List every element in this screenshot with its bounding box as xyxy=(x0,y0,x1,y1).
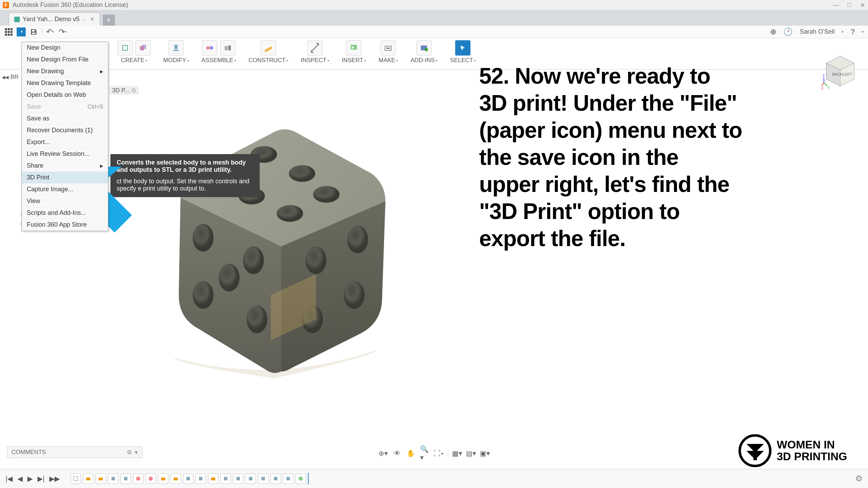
document-tab[interactable]: Yard Yah... Demo v5 ○ ✕ xyxy=(9,12,100,26)
menu-view[interactable]: View xyxy=(22,195,108,207)
svg-point-8 xyxy=(352,47,354,49)
lookat-icon[interactable]: 👁 xyxy=(392,448,402,458)
ribbon-modify[interactable]: MODIFY xyxy=(157,38,195,69)
timeline-feature[interactable] xyxy=(95,473,106,484)
menu-live-review[interactable]: Live Review Session... xyxy=(22,148,108,160)
menu-share[interactable]: Share▶ xyxy=(22,160,108,172)
ribbon-insert[interactable]: INSERT xyxy=(335,38,372,69)
svg-point-19 xyxy=(193,224,214,252)
svg-point-21 xyxy=(219,264,240,292)
extension-icon[interactable]: ⊕ xyxy=(770,27,776,36)
user-name[interactable]: Sarah O'Sell xyxy=(800,28,835,35)
timeline-feature[interactable] xyxy=(295,473,306,484)
timeline-feature[interactable] xyxy=(195,473,206,484)
menu-export[interactable]: Export... xyxy=(22,136,108,148)
data-panel-button[interactable] xyxy=(4,27,13,36)
extrude-icon[interactable] xyxy=(135,40,151,56)
addins-icon[interactable] xyxy=(416,40,432,56)
timeline-feature[interactable] xyxy=(258,473,268,484)
file-menu-button[interactable]: ▾ xyxy=(17,27,26,36)
tab-close-icon[interactable]: ✕ xyxy=(90,16,94,23)
svg-text:Y: Y xyxy=(827,86,830,90)
timeline-feature[interactable] xyxy=(283,473,293,484)
timeline-next-icon[interactable]: ▶| xyxy=(36,474,46,483)
ribbon-create[interactable]: CREATE xyxy=(111,38,157,69)
ribbon-inspect[interactable]: INSPECT xyxy=(294,38,335,69)
timeline-feature[interactable] xyxy=(145,473,156,484)
grid-display-icon[interactable]: ▤▾ xyxy=(466,448,476,458)
timeline-playhead[interactable] xyxy=(308,473,309,485)
ribbon-assemble[interactable]: ASSEMBLE xyxy=(195,38,242,69)
timeline-feature[interactable] xyxy=(70,473,81,484)
sketch-icon[interactable] xyxy=(117,40,133,56)
svg-point-22 xyxy=(193,281,214,309)
menu-capture-image[interactable]: Capture Image... xyxy=(22,184,108,195)
timeline-last-icon[interactable]: ▶▶ xyxy=(48,474,61,483)
presspull-icon[interactable] xyxy=(168,40,184,56)
undo-button[interactable]: ↶▾ xyxy=(45,27,55,36)
measure-icon[interactable] xyxy=(307,40,323,56)
menu-new-design-file[interactable]: New Design From File xyxy=(22,54,108,66)
comments-panel-header[interactable]: COMMENTS ⚙▾ xyxy=(7,446,142,458)
minimize-icon[interactable]: — xyxy=(833,1,839,9)
viewport-icon[interactable]: ▣▾ xyxy=(480,448,490,458)
menu-scripts-addins[interactable]: Scripts and Add-Ins... xyxy=(22,207,108,219)
plane-icon[interactable] xyxy=(261,40,276,56)
menu-save-as[interactable]: Save as xyxy=(22,113,108,125)
gear-icon[interactable]: ⚙ xyxy=(127,449,132,456)
view-cube[interactable]: BACK LEFT X Y Z xyxy=(821,52,859,90)
timeline-feature[interactable] xyxy=(270,473,281,484)
insert-icon[interactable] xyxy=(346,40,361,56)
make-icon[interactable] xyxy=(381,40,396,56)
zoom-icon[interactable]: 🔍▾ xyxy=(420,448,430,458)
timeline-settings-icon[interactable]: ⚙ xyxy=(855,474,863,483)
timeline-prev-icon[interactable]: ◀ xyxy=(16,474,24,483)
timeline-feature[interactable] xyxy=(245,473,256,484)
help-icon[interactable]: ? xyxy=(851,27,855,36)
menu-save: SaveCtrl+S xyxy=(22,101,108,113)
joint-icon[interactable] xyxy=(202,40,217,56)
timeline-feature[interactable] xyxy=(170,473,181,484)
ribbon-select[interactable]: SELECT xyxy=(444,38,482,69)
menu-new-design[interactable]: New Design xyxy=(22,42,108,54)
logo-icon xyxy=(738,434,771,467)
ribbon-construct[interactable]: CONSTRUCT xyxy=(242,38,295,69)
timeline-first-icon[interactable]: |◀ xyxy=(4,474,14,483)
pan-icon[interactable]: ✋ xyxy=(406,448,416,458)
svg-point-23 xyxy=(247,305,267,333)
fit-icon[interactable]: ⛶▾ xyxy=(434,448,444,458)
timeline-feature[interactable] xyxy=(220,473,231,484)
timeline-feature[interactable] xyxy=(183,473,193,484)
clock-icon[interactable]: 🕐 xyxy=(783,27,793,36)
maximize-icon[interactable]: □ xyxy=(848,1,851,9)
timeline-feature[interactable] xyxy=(108,473,118,484)
display-icon[interactable]: ▦▾ xyxy=(452,448,462,458)
new-tab-button[interactable]: + xyxy=(103,15,115,26)
timeline-feature[interactable] xyxy=(158,473,168,484)
browser-collapse-strip[interactable]: ◀◀BR xyxy=(2,74,19,81)
menu-3d-print[interactable]: 3D Print xyxy=(22,172,108,184)
timeline-play-icon[interactable]: ▶ xyxy=(26,474,34,483)
svg-point-4 xyxy=(210,46,213,50)
timeline-feature[interactable] xyxy=(233,473,243,484)
menu-new-drawing[interactable]: New Drawing▶ xyxy=(22,66,108,77)
ribbon-make[interactable]: MAKE xyxy=(372,38,404,69)
timeline-feature[interactable] xyxy=(133,473,143,484)
save-button[interactable] xyxy=(29,27,38,36)
menu-open-details-web[interactable]: Open Details on Web xyxy=(22,89,108,101)
svg-rect-33 xyxy=(753,455,757,460)
menu-new-drawing-template[interactable]: New Drawing Template xyxy=(22,77,108,89)
asbuilt-icon[interactable] xyxy=(220,40,235,56)
orbit-icon[interactable]: ⊕▾ xyxy=(378,448,388,458)
redo-button[interactable]: ↷▾ xyxy=(58,27,67,36)
timeline-feature[interactable] xyxy=(208,473,218,484)
select-icon[interactable] xyxy=(455,40,470,56)
menu-recover-documents[interactable]: Recover Documents (1) xyxy=(22,125,108,136)
collapse-icon[interactable]: ▾ xyxy=(135,449,138,456)
save-icon xyxy=(30,28,37,35)
menu-app-store[interactable]: Fusion 360 App Store xyxy=(22,219,108,231)
close-icon[interactable]: ✕ xyxy=(860,1,865,9)
timeline-feature[interactable] xyxy=(120,473,131,484)
timeline-feature[interactable] xyxy=(83,473,93,484)
ribbon-addins[interactable]: ADD-INS xyxy=(404,38,444,69)
